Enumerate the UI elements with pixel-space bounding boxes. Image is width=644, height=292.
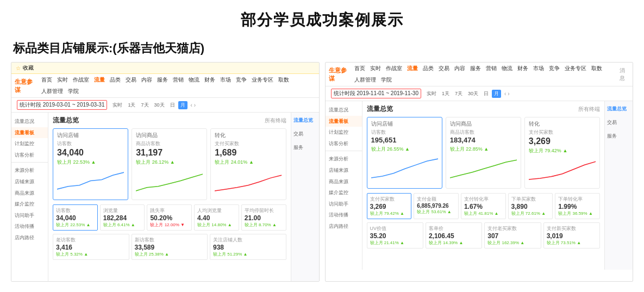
- nav-logistics-left[interactable]: 物流: [187, 76, 201, 84]
- nav-bizzone-left[interactable]: 业务专区: [251, 76, 274, 84]
- nav-service-right[interactable]: 服务: [469, 64, 482, 73]
- nav-arrows-left[interactable]: ‹ ›: [191, 102, 196, 108]
- time-month-right[interactable]: 月: [492, 90, 501, 98]
- nav-finance-left[interactable]: 财务: [203, 76, 216, 84]
- sidebar-plan-right[interactable]: 计划监控: [326, 127, 362, 138]
- detail-link-left[interactable]: 所有终端: [265, 117, 286, 125]
- nav-compete-right[interactable]: 竞争: [548, 64, 561, 73]
- sidebar-activity-left[interactable]: 活动传播: [11, 221, 48, 232]
- metric-bot-uv-value: UV价值 35.20 较上月 21.41% ▲: [367, 222, 423, 248]
- date-selector-left[interactable]: 统计时段 2019-03-01 ~ 2019-03-31: [17, 100, 107, 110]
- nav-content-right[interactable]: 内容: [453, 64, 466, 73]
- metric-sub-convert: 支付买家数: [215, 140, 282, 147]
- metric-card-convert-right: 转化 支付买家数 3,269 较上月 79.42%: [524, 117, 600, 189]
- metric-title-visit-shop: 访问店铺: [57, 132, 124, 139]
- right-panel-flow-right[interactable]: 流量总览: [607, 104, 630, 114]
- nav-arrows-right[interactable]: ‹ ›: [504, 91, 509, 97]
- top-controls-left: 统计时段 2019-03-01 ~ 2019-03-31 实时 1天 7天 30…: [11, 98, 319, 113]
- time-7d-left[interactable]: 7天: [139, 101, 151, 109]
- nav-trade-right[interactable]: 交易: [437, 64, 451, 73]
- dashboards-row: ☆ 收藏 生意参谋 首页 实时 作战室 流量 品类 交易 内容 服务 营销 物流…: [11, 62, 633, 282]
- nav-finance-right[interactable]: 财务: [516, 64, 529, 73]
- sidebar-path-right[interactable]: 店内路径: [326, 221, 362, 232]
- sidebar-board-right[interactable]: 流量看板: [326, 116, 362, 127]
- right-panel-service-right[interactable]: 服务: [607, 132, 630, 141]
- time-day-left[interactable]: 日: [168, 101, 177, 109]
- metric-card-visit-goods-left: 访问商品 商品访客数 31,197 较上月 26.12%: [132, 128, 207, 200]
- nav-service-left[interactable]: 服务: [156, 76, 169, 84]
- nav-battle-left[interactable]: 作战室: [72, 76, 90, 84]
- nav-market-right[interactable]: 市场: [532, 64, 545, 73]
- nav-data-left[interactable]: 取数: [277, 76, 290, 84]
- sidebar-helper-left[interactable]: 访问助手: [11, 210, 48, 221]
- sidebar-overview-left[interactable]: 流量总况: [11, 116, 48, 127]
- nav-home-left[interactable]: 首页: [40, 76, 53, 84]
- time-7d-right[interactable]: 7天: [453, 90, 465, 98]
- nav-home-right[interactable]: 首页: [353, 64, 366, 73]
- nav-compete-left[interactable]: 竞争: [235, 76, 248, 84]
- time-month-left[interactable]: 月: [178, 101, 187, 109]
- sidebar-right: 流量总况 流量看板 计划监控 访客分析 来源分析 店铺来源 商品来源 媒介监控 …: [326, 101, 362, 270]
- time-30d-right[interactable]: 30天: [466, 90, 480, 98]
- section-name-right: 流量总览: [367, 104, 393, 114]
- nav-school-right[interactable]: 学院: [380, 76, 393, 84]
- sidebar-helper-right[interactable]: 访问助手: [326, 198, 362, 210]
- section-header-right: 流量总览 所有终端: [367, 104, 601, 114]
- sidebar-plan-left[interactable]: 计划监控: [11, 138, 48, 150]
- metric-sub-visit-goods: 商品访客数: [136, 140, 203, 147]
- metrics-row-mid-right: 支付买家数 3,269 较上月 79.42% ▲ 支付金额 6,885,979.…: [367, 193, 601, 219]
- sidebar-overview-right[interactable]: 流量总况: [326, 104, 362, 116]
- sidebar-activity-right[interactable]: 活动传播: [326, 209, 362, 221]
- sidebar-source-left[interactable]: 来源分析: [11, 165, 48, 176]
- time-1d-left[interactable]: 1天: [126, 101, 137, 109]
- sidebar-visitor-left[interactable]: 访客分析: [11, 150, 48, 161]
- time-realtime-right[interactable]: 实时: [424, 90, 439, 98]
- nav-trade-left[interactable]: 交易: [124, 76, 137, 84]
- nav-bizzone-right[interactable]: 业务专区: [564, 64, 587, 73]
- nav-realtime-right[interactable]: 实时: [369, 64, 382, 73]
- time-realtime-left[interactable]: 实时: [110, 101, 124, 109]
- time-1d-right[interactable]: 1天: [440, 90, 452, 98]
- nav-items-right: 首页 实时 作战室 流量 品类 交易 内容 服务 营销 物流 财务 市场 竞争 …: [353, 64, 616, 84]
- sidebar-source-right[interactable]: 来源分析: [326, 153, 362, 165]
- sidebar-goods-source-left[interactable]: 商品来源: [11, 188, 48, 199]
- nav-data-right[interactable]: 取数: [590, 64, 603, 73]
- nav-marketing-left[interactable]: 营销: [172, 76, 185, 84]
- right-panel-trade-right[interactable]: 交易: [607, 118, 630, 127]
- content-area-left: 流量总况 流量看板 计划监控 访客分析 来源分析 店铺来源 商品来源 媒介监控 …: [11, 113, 319, 281]
- metric-mid-pv: 浏览量 182,284 较上月 6.41% ▲: [100, 204, 145, 231]
- nav-logistics-right[interactable]: 物流: [501, 64, 514, 73]
- nav-crowd-left[interactable]: 人群管理: [40, 87, 64, 96]
- nav-battle-right[interactable]: 作战室: [385, 64, 403, 73]
- nav-category-right[interactable]: 品类: [422, 64, 435, 73]
- sidebar-shop-source-right[interactable]: 店铺来源: [326, 165, 362, 176]
- detail-link-right[interactable]: 所有终端: [578, 105, 600, 113]
- date-selector-right[interactable]: 统计时段 2019-11-01 ~ 2019-11-30: [331, 89, 421, 98]
- sidebar-shop-source-left[interactable]: 店铺来源: [11, 176, 48, 188]
- time-30d-left[interactable]: 30天: [152, 101, 167, 109]
- metric-val-convert: 1,689: [215, 147, 282, 158]
- sidebar-goods-source-right[interactable]: 商品来源: [326, 176, 362, 188]
- bookmark-label-left[interactable]: 收藏: [23, 64, 34, 72]
- nav-realtime-left[interactable]: 实时: [56, 76, 69, 84]
- sidebar-board-left[interactable]: 流量看板: [11, 127, 48, 139]
- nav-market-left[interactable]: 市场: [219, 76, 232, 84]
- metrics-row-bot-left: 老访客数 3,416 较上月 5.32% ▲ 新访客数 33,589 较上月 2…: [53, 234, 286, 260]
- nav-flow-right[interactable]: 流量: [406, 64, 419, 73]
- right-panel-flow-left[interactable]: 流量总览: [293, 116, 317, 125]
- nav-school-left[interactable]: 学院: [67, 87, 80, 96]
- metric-mid-order-buyers: 下单买家数 3,890 较上月 72.61% ▲: [508, 193, 553, 219]
- sidebar-path-left[interactable]: 店内路径: [11, 232, 48, 244]
- dashboard-left: ☆ 收藏 生意参谋 首页 实时 作战室 流量 品类 交易 内容 服务 营销 物流…: [11, 62, 320, 282]
- nav-category-left[interactable]: 品类: [109, 76, 122, 84]
- nav-flow-left[interactable]: 流量: [93, 76, 106, 84]
- sidebar-media-left[interactable]: 媒介监控: [11, 198, 48, 210]
- time-day-right[interactable]: 日: [482, 90, 491, 98]
- nav-crowd-right[interactable]: 人群管理: [353, 76, 377, 84]
- sidebar-visitor-right[interactable]: 访客分析: [326, 138, 362, 150]
- right-panel-trade-left[interactable]: 交易: [293, 129, 317, 139]
- sidebar-media-right[interactable]: 媒介监控: [326, 187, 362, 198]
- right-panel-service-left[interactable]: 服务: [293, 143, 317, 152]
- nav-marketing-right[interactable]: 营销: [485, 64, 498, 73]
- nav-content-left[interactable]: 内容: [140, 76, 153, 84]
